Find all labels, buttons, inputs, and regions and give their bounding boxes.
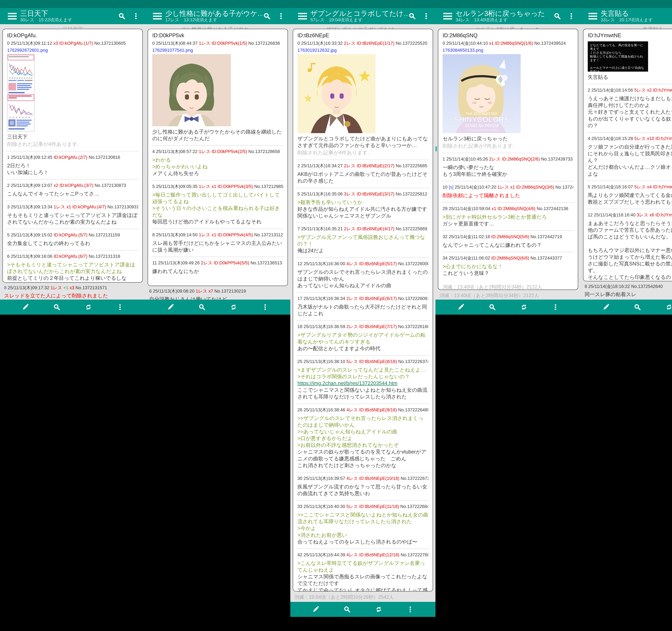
post-meta: 4 25/11/14(金)18:15:28 5レス x10 ID:hJYmwtN…: [588, 135, 672, 142]
post-image[interactable]: [297, 54, 428, 133]
post[interactable]: 18 25/11/13(木)16:36:59 2レス ID:tBz6NEpE(7…: [296, 321, 429, 355]
post[interactable]: 0 25/11/14(金)10:44:10 x1 ID:2M86qSNQ(1/6…: [441, 39, 575, 153]
refresh-icon[interactable]: [665, 303, 672, 311]
file-link[interactable]: 1762991077541.png: [152, 48, 283, 53]
post[interactable]: 5 25/11/13(木)09:15:02 ID:kOPgAfu.(5/7) N…: [6, 229, 139, 250]
post[interactable]: 5 25/11/13(木)16:35:06 3レス ID:tBz6NEpE(3/…: [296, 188, 429, 223]
search-icon[interactable]: [343, 606, 351, 613]
post[interactable]: 2 25/11/13(木)09:13:07 x2 ID:kOPgAfu.(3/7…: [6, 179, 139, 201]
post[interactable]: 0 25/11/13(木)08:44:37 1レス ID:D0kPP5vk(1/…: [151, 39, 284, 145]
overflow-icon[interactable]: [568, 12, 575, 20]
post[interactable]: 42 25/11/13(木)16:44:39 4レス ID:tBz6NEpE(1…: [296, 549, 429, 591]
post[interactable]: 33 25/11/13(木)16:40:30 5レス ID:tBz6NEpE(1…: [296, 500, 429, 549]
thread-content[interactable]: セルラン3桁に戻っちゃったID:2M86qSNQ0 25/11/14(金)10:…: [435, 24, 581, 300]
refresh-icon[interactable]: [85, 303, 92, 311]
post[interactable]: 25 25/11/13(木)16:38:10 5レス ID:tBz6NEpE(8…: [296, 355, 429, 404]
hamburger-icon[interactable]: [290, 11, 310, 21]
post[interactable]: 4 25/11/13(木)08:57:22 1レス ID:D0kPP5vk(2/…: [151, 145, 284, 180]
status-bar: [145, 0, 290, 8]
post[interactable]: 5 25/11/13(木)09:05:35 1レス x1 ID:D0kPP5vk…: [151, 180, 284, 229]
overflow-icon[interactable]: [116, 303, 124, 311]
post[interactable]: 2 25/11/14(金)18:14:56 5レス x2 ID:hJYmwtNE…: [587, 84, 672, 132]
post-meta: 5 25/11/13(木)09:05:35 1レス x1 ID:D0kPP5vk…: [152, 183, 283, 190]
post[interactable]: 7 25/11/13(木)16:35:21 2レス ID:tBz6NEpE(4/…: [296, 223, 429, 257]
post[interactable]: 5 25/11/14(金)18:16:07 5レス x4 ID:hJYmwtNE…: [587, 181, 672, 209]
search-icon[interactable]: [198, 303, 206, 311]
post[interactable]: 29 25/11/14(金)10:59:04 x1 ID:2M86qSNQ(4/…: [441, 202, 575, 230]
post-body: >ザブングルリアタイ勢のジジイがアイドルゲームの粘着なんかやってんのキツすぎるあ…: [297, 332, 428, 352]
post[interactable]: 10 [s] 25/11/14(金)10:47:20 1レス x1 ID:2M8…: [441, 181, 575, 202]
post-meta: 2 25/11/13(木)09:13:07 x2 ID:kOPgAfu.(3/7…: [7, 182, 138, 188]
overflow-icon[interactable]: [552, 303, 559, 311]
post-body: 嫌われてんなにちか: [152, 268, 283, 275]
thread-content[interactable]: ザブングルとコラボしてたけ…ID:tBz6NEpE0 25/11/13(木)16…: [290, 24, 435, 602]
search-icon[interactable]: [553, 12, 561, 20]
post[interactable]: 34 25/11/14(金)11:06:02 ID:2M86qSNQ(6/6) …: [441, 252, 575, 280]
file-link[interactable]: 1763084650133.png: [442, 48, 574, 53]
hamburger-icon[interactable]: [0, 11, 20, 21]
pencil-icon[interactable]: [457, 303, 464, 311]
search-icon[interactable]: [408, 12, 416, 20]
post[interactable]: どなたであっても、馬の安全を第一に考えてくださる方ばかりなら、牧場としても安心し…: [587, 39, 672, 84]
post[interactable]: 4 25/11/14(金)18:15:28 5レス x10 ID:hJYmwtN…: [587, 132, 672, 181]
post[interactable]: 3 25/11/13(木)09:13:34 1レス x1 ID:kOPgAfu.…: [6, 201, 139, 229]
pencil-icon[interactable]: [22, 303, 29, 311]
refresh-icon[interactable]: [520, 303, 528, 311]
post[interactable]: 0 25/11/13(木)09:11:12 x3 ID:kOPgAfu.(1/7…: [6, 39, 139, 151]
search-icon[interactable]: [634, 303, 641, 311]
post[interactable]: 12 25/11/14(金)18:16:40 3レス x6 ID:hJYmwtN…: [587, 209, 672, 281]
post[interactable]: 1 25/11/13(木)09:12:45 ID:kOPgAfu.(2/7) N…: [6, 151, 139, 179]
search-icon[interactable]: [263, 12, 271, 20]
thread-card: ID:tBz6NEpE0 25/11/13(木)16:33:32 2レス ID:…: [293, 29, 433, 591]
post[interactable]: 2 25/11/13(木)16:34:27 2レス ID:tBz6NEpE(2/…: [296, 159, 429, 188]
thread-content[interactable]: 少し性格に難がある子がウケ…ID:D0kPP5vk0 25/11/13(木)08…: [145, 24, 290, 300]
overflow-icon[interactable]: [277, 12, 285, 20]
thread-content[interactable]: 失言貼るID:hJYmwtNEどなたであっても、馬の安全を第一に考えてくださる方…: [581, 24, 672, 300]
post-meta: 8 25/11/14(金)18:16:22 No.1372542640: [585, 283, 672, 289]
post-image[interactable]: [152, 54, 283, 126]
status-bar: [290, 0, 435, 8]
overflow-icon[interactable]: [407, 606, 414, 613]
overflow-icon[interactable]: [261, 303, 269, 311]
search-icon[interactable]: [53, 303, 61, 311]
post-meta: 29 25/11/14(金)10:59:04 x1 ID:2M86qSNQ(4/…: [442, 206, 574, 212]
refresh-icon[interactable]: [375, 606, 383, 613]
overflow-icon[interactable]: [422, 12, 430, 20]
pencil-icon[interactable]: [602, 303, 610, 311]
thread-content[interactable]: 三日天下ID:kOPgAfu.0 25/11/13(木)09:11:12 x3 …: [0, 24, 145, 300]
hamburger-icon[interactable]: [435, 11, 456, 21]
overflow-icon[interactable]: [132, 12, 140, 20]
post-image[interactable]: THE iDOLM@STER SHINYCOLORS SONG for PRIS…: [442, 54, 574, 133]
scroll-indicator[interactable]: [435, 146, 437, 151]
post[interactable]: 11 25/11/13(木)09:49:26 2レス ID:D0kPP5vk(5…: [151, 257, 284, 278]
search-icon[interactable]: [118, 12, 126, 20]
pencil-icon[interactable]: [167, 303, 174, 311]
post-body: >毎日ご飯作って買い出ししてゴミ出ししてバイトして頑張ってるよね>そういう日々の…: [152, 192, 283, 225]
post-body: スレ画も苦手だけどにちかをシャニマスの主人公みたいに扱う風潮が嫌い: [152, 240, 283, 253]
post[interactable]: 30 25/11/13(木)16:39:57 4レス ID:tBz6NEpE(1…: [296, 472, 429, 500]
post-body: >そもそもミリと違ってシャニってアソビストア課金ほぼされてないんだからこれが素の…: [7, 261, 138, 281]
post-meta: 3 25/11/13(木)09:13:34 1レス x1 ID:kOPgAfu.…: [7, 204, 138, 210]
refresh-icon[interactable]: [230, 303, 237, 311]
post[interactable]: 0 25/11/13(木)16:33:32 2レス ID:tBz6NEpE(1/…: [296, 39, 429, 159]
post-image[interactable]: どなたであっても、馬の安全を第一に考えてくださる方ばかりなら、牧場としても安心し…: [588, 41, 672, 72]
post[interactable]: 26 25/11/13(木)16:38:46 4レス ID:tBz6NEpE(9…: [296, 404, 429, 472]
post[interactable]: 32 25/11/14(金)11:02:18 ID:2M86qSNQ(5/6) …: [441, 230, 575, 252]
post-meta: 32 25/11/14(金)11:02:18 ID:2M86qSNQ(5/6) …: [442, 234, 574, 240]
post[interactable]: 1 25/11/14(金)10:45:26 2レス ID:2M86qSNQ(2/…: [441, 153, 575, 181]
thread-card: ID:D0kPP5vk0 25/11/13(木)08:44:37 1レス ID:…: [148, 29, 288, 286]
pencil-icon[interactable]: [312, 606, 319, 613]
hamburger-icon[interactable]: [145, 11, 165, 21]
post-body: 一瞬の儚い夢だったなもう3周年前にサ終を確実か: [442, 164, 574, 177]
post[interactable]: 8 25/11/13(木)09:14:50 1レス x1 ID:D0kPP5vk…: [151, 229, 284, 257]
post[interactable]: 17 25/11/13(木)16:36:34 2レス ID:tBz6NEpE(6…: [296, 292, 429, 321]
post[interactable]: 12 25/11/13(木)16:36:00 4レス ID:tBz6NEpE(5…: [296, 257, 429, 292]
app-bar: ザブングルとコラボしてたけ…57レス 19:04頃消えます: [290, 8, 435, 24]
post[interactable]: 6 25/11/13(木)09:16:06 ID:kOPgAfu.(6/7) N…: [6, 250, 139, 283]
hamburger-icon[interactable]: [581, 11, 601, 21]
file-link[interactable]: 1762992672601.png: [7, 48, 138, 53]
search-icon[interactable]: [488, 303, 496, 311]
thread-subtitle: 17レス 13:12頃消えます: [165, 17, 263, 23]
post-image[interactable]: [7, 54, 138, 131]
file-link[interactable]: 1763019212632.jpg: [297, 48, 428, 53]
